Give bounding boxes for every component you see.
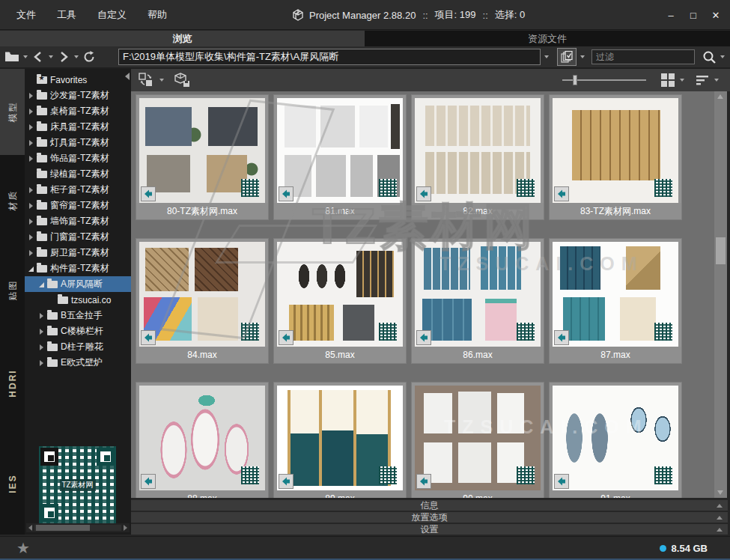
view-mode-button[interactable] <box>660 71 675 89</box>
sort-button[interactable] <box>695 71 710 89</box>
tree-expand-arrow-icon[interactable] <box>28 124 35 131</box>
tree-expand-arrow-icon[interactable] <box>49 296 56 304</box>
panel-expand-arrow-icon[interactable] <box>717 516 723 520</box>
side-tab-0[interactable]: 模型 <box>0 69 25 155</box>
layers-toggle-button[interactable] <box>557 48 577 66</box>
tree-expand-arrow-icon[interactable] <box>28 139 35 147</box>
scroll-up-arrow-icon[interactable] <box>717 94 723 99</box>
file-card[interactable]: 91.max <box>549 382 682 498</box>
file-card[interactable]: 83-TZ素材网.max <box>549 94 682 220</box>
tree-expand-arrow-icon[interactable] <box>38 312 46 320</box>
tree-expand-arrow-icon[interactable] <box>28 108 35 115</box>
view-mode-caret[interactable] <box>680 79 684 82</box>
save-model-button[interactable] <box>174 71 191 89</box>
tree-expand-arrow-icon[interactable] <box>28 249 35 257</box>
tree-expand-arrow-icon[interactable] <box>28 171 35 178</box>
file-card[interactable]: 80-TZ素材网.max <box>136 94 269 220</box>
thumbnail-size-slider[interactable] <box>562 75 646 85</box>
close-button[interactable]: ✕ <box>711 10 721 21</box>
tree-item[interactable]: 构件篇-TZ素材 <box>25 261 131 276</box>
minimize-button[interactable]: – <box>666 10 676 21</box>
file-card[interactable]: 90.max <box>411 382 544 498</box>
tree-expand-arrow-icon[interactable] <box>28 92 35 100</box>
tab-browse[interactable]: 浏览 <box>0 31 365 46</box>
file-card[interactable]: 87.max <box>549 238 682 364</box>
tree-item[interactable]: 饰品篇-TZ素材 <box>25 150 131 166</box>
scroll-down-arrow-icon[interactable] <box>717 490 723 495</box>
maximize-button[interactable]: □ <box>688 10 699 21</box>
tree-expand-arrow-icon[interactable] <box>28 186 35 194</box>
scrollbar-track[interactable] <box>34 525 121 531</box>
tree-item[interactable]: 灯具篇-TZ素材 <box>25 135 131 150</box>
file-card[interactable]: 88.max <box>136 382 269 498</box>
filter-input[interactable] <box>591 49 695 64</box>
panel-expand-arrow-icon[interactable] <box>717 504 723 508</box>
menu-item[interactable]: 自定义 <box>87 4 137 25</box>
panel-bar-2[interactable]: 设置 <box>131 524 728 535</box>
back-button[interactable] <box>31 48 45 66</box>
tree-expand-arrow-icon[interactable] <box>28 218 35 225</box>
tree-item[interactable]: A屏风隔断 <box>25 276 131 292</box>
side-tab-3[interactable]: HDRI <box>0 335 25 432</box>
tree-expand-arrow-icon[interactable] <box>28 265 35 273</box>
tree-item[interactable]: C楼梯栏杆 <box>25 323 131 339</box>
menu-item[interactable]: 帮助 <box>137 4 177 25</box>
tree-expand-arrow-icon[interactable] <box>38 328 46 335</box>
layers-options-caret[interactable] <box>580 55 585 58</box>
tree-item[interactable]: 沙发篇-TZ素材 <box>25 88 131 103</box>
menu-item[interactable]: 工具 <box>46 4 87 25</box>
tree-expand-arrow-icon[interactable] <box>28 234 35 241</box>
tree-item[interactable]: D柱子雕花 <box>25 339 131 355</box>
side-tab-1[interactable]: 材质 <box>0 155 25 245</box>
relink-assets-button[interactable] <box>139 71 155 89</box>
panel-bar-0[interactable]: 信息 <box>131 500 728 511</box>
search-options-caret[interactable] <box>720 55 725 58</box>
path-history-caret[interactable] <box>544 55 549 58</box>
file-card[interactable]: 89.max <box>273 382 407 498</box>
tree-item[interactable]: E欧式壁炉 <box>25 355 131 371</box>
tree-expand-arrow-icon[interactable] <box>28 76 35 84</box>
tree-expand-arrow-icon[interactable] <box>28 202 35 210</box>
tree-item[interactable]: 桌椅篇-TZ素材 <box>25 103 131 119</box>
scroll-right-arrow-icon[interactable] <box>124 525 127 531</box>
tree-horizontal-scrollbar[interactable] <box>26 523 130 532</box>
tree-expand-arrow-icon[interactable] <box>38 281 46 288</box>
tree-item[interactable]: Favorites <box>25 72 131 88</box>
tree-item[interactable]: 墙饰篇-TZ素材 <box>25 213 131 229</box>
splitter-collapse-arrow[interactable] <box>125 73 130 80</box>
scroll-left-arrow-icon[interactable] <box>28 525 32 531</box>
tree-item[interactable]: tzsucai.co <box>25 292 131 308</box>
tree-item[interactable]: 绿植篇-TZ素材 <box>25 166 131 182</box>
path-input[interactable] <box>118 49 541 65</box>
tree-item[interactable]: 门窗篇-TZ素材 <box>25 229 131 245</box>
panel-bar-1[interactable]: 放置选项 <box>131 512 728 523</box>
tree-item[interactable]: 床具篇-TZ素材 <box>25 119 131 135</box>
relink-options-caret[interactable] <box>159 79 164 82</box>
tree-item[interactable]: 厨卫篇-TZ素材 <box>25 245 131 261</box>
grid-vertical-scrollbar[interactable] <box>714 91 727 498</box>
file-card[interactable]: 81.max <box>273 94 407 220</box>
tree-expand-arrow-icon[interactable] <box>38 359 46 367</box>
scrollbar-thumb[interactable] <box>716 237 726 264</box>
scrollbar-thumb[interactable] <box>36 525 90 531</box>
side-tab-4[interactable]: IES <box>0 432 25 535</box>
file-card[interactable]: 84.max <box>136 238 269 364</box>
tree-item[interactable]: B五金拉手 <box>25 308 131 323</box>
back-history-caret[interactable] <box>49 55 53 58</box>
favorites-star-icon[interactable]: ★ <box>16 539 30 557</box>
panel-expand-arrow-icon[interactable] <box>717 528 723 532</box>
tree-expand-arrow-icon[interactable] <box>28 155 35 162</box>
file-card[interactable]: 85.max <box>273 238 407 364</box>
forward-button[interactable] <box>57 48 70 66</box>
file-card[interactable]: 86.max <box>411 238 544 364</box>
tab-resource-files[interactable]: 资源文件 <box>365 31 730 46</box>
refresh-button[interactable] <box>82 48 96 66</box>
search-button[interactable] <box>702 48 717 66</box>
tree-item[interactable]: 窗帘篇-TZ素材 <box>25 198 131 213</box>
slider-thumb[interactable] <box>573 75 577 85</box>
side-tab-2[interactable]: 贴图 <box>0 245 25 335</box>
sort-options-caret[interactable] <box>714 79 719 82</box>
folder-menu-caret[interactable] <box>23 55 28 58</box>
file-card[interactable]: 82.max <box>411 94 544 220</box>
forward-history-caret[interactable] <box>74 55 79 58</box>
